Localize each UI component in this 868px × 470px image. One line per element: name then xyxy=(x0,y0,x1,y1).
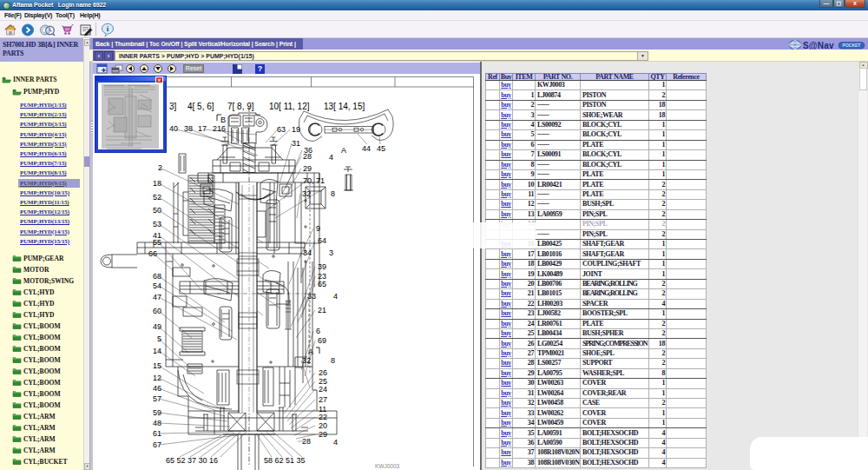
svg-text:9: 9 xyxy=(316,224,320,233)
svg-text:70, 71: 70, 71 xyxy=(303,176,325,185)
svg-text:29: 29 xyxy=(319,430,327,439)
svg-text:3: 3 xyxy=(329,248,333,257)
svg-text:216: 216 xyxy=(213,124,226,133)
svg-text:63: 63 xyxy=(277,125,286,134)
svg-text:17: 17 xyxy=(198,124,207,133)
svg-text:49: 49 xyxy=(153,322,161,331)
svg-text:67: 67 xyxy=(153,440,161,449)
svg-text:38: 38 xyxy=(184,124,193,133)
svg-text:53: 53 xyxy=(153,220,161,228)
svg-text:47: 47 xyxy=(153,293,161,301)
svg-text:52: 52 xyxy=(153,193,161,202)
svg-text:8: 8 xyxy=(331,356,335,365)
svg-text:66: 66 xyxy=(148,249,157,258)
svg-text:45: 45 xyxy=(377,144,385,153)
svg-text:13[ 14, 15]: 13[ 14, 15] xyxy=(324,102,365,111)
svg-text:21: 21 xyxy=(318,306,326,314)
svg-text:55: 55 xyxy=(153,238,161,247)
svg-text:A: A xyxy=(308,348,313,356)
svg-text:S@Nav: S@Nav xyxy=(803,41,834,50)
svg-text:44: 44 xyxy=(362,144,371,153)
svg-text:57: 57 xyxy=(153,394,161,403)
svg-text:3]: 3] xyxy=(169,102,177,111)
svg-text:12: 12 xyxy=(153,374,161,382)
svg-text:KWJ0003: KWJ0003 xyxy=(375,463,400,469)
svg-text:29: 29 xyxy=(303,164,312,173)
svg-text:6: 6 xyxy=(316,327,320,335)
svg-text:10[ 11, 12]: 10[ 11, 12] xyxy=(269,102,310,111)
svg-text:31: 31 xyxy=(292,139,300,148)
svg-text:58 62 51 35: 58 62 51 35 xyxy=(264,456,306,465)
svg-text:65 52 37 30 16: 65 52 37 30 16 xyxy=(166,456,218,465)
svg-text:60: 60 xyxy=(153,307,161,315)
svg-text:POCKET: POCKET xyxy=(843,43,861,48)
svg-text:65: 65 xyxy=(318,280,326,288)
svg-text:39: 39 xyxy=(318,262,326,271)
svg-text:4: 4 xyxy=(333,438,338,447)
svg-text:61: 61 xyxy=(153,429,161,438)
svg-text:7[ 8, 9]: 7[ 8, 9] xyxy=(227,102,254,111)
svg-text:4[ 5, 6]: 4[ 5, 6] xyxy=(187,102,214,111)
svg-text:32: 32 xyxy=(302,189,311,198)
svg-text:68: 68 xyxy=(153,272,161,281)
svg-text:A: A xyxy=(341,146,346,155)
svg-text:24: 24 xyxy=(319,385,327,394)
svg-text:59: 59 xyxy=(153,408,161,417)
svg-text:26: 26 xyxy=(319,368,327,377)
svg-text:54: 54 xyxy=(153,281,161,290)
svg-text:B: B xyxy=(220,116,226,124)
svg-text:4: 4 xyxy=(329,153,333,162)
svg-text:19: 19 xyxy=(292,125,300,134)
svg-text:40: 40 xyxy=(169,124,178,133)
svg-text:33: 33 xyxy=(307,292,316,301)
svg-text:69: 69 xyxy=(318,336,326,345)
svg-text:34: 34 xyxy=(303,248,312,257)
svg-text:20: 20 xyxy=(319,421,327,430)
svg-text:64: 64 xyxy=(318,236,326,245)
svg-text:28: 28 xyxy=(302,437,311,446)
svg-text:46: 46 xyxy=(153,384,161,393)
svg-text:22: 22 xyxy=(319,413,327,421)
svg-text:15: 15 xyxy=(153,361,161,370)
svg-text:50: 50 xyxy=(153,206,161,215)
svg-text:28: 28 xyxy=(303,152,312,161)
svg-text:8: 8 xyxy=(331,189,335,198)
svg-text:5: 5 xyxy=(157,334,161,343)
svg-text:48: 48 xyxy=(153,419,161,427)
svg-text:27: 27 xyxy=(319,395,327,404)
svg-text:32: 32 xyxy=(302,356,311,365)
svg-text:14: 14 xyxy=(153,347,161,355)
svg-text:2: 2 xyxy=(158,163,162,172)
svg-text:18: 18 xyxy=(153,179,161,188)
svg-text:4: 4 xyxy=(333,292,338,301)
